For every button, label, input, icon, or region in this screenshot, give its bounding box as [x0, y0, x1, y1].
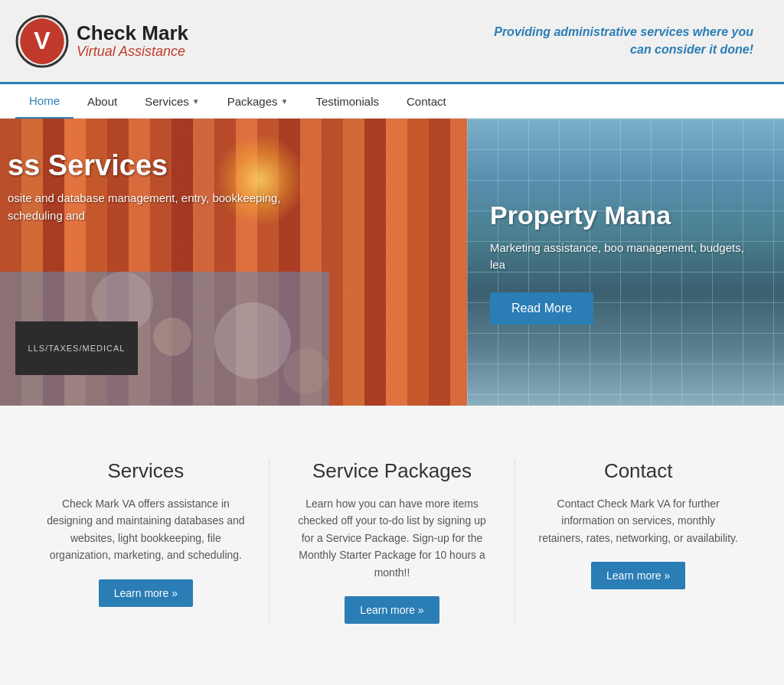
read-more-button[interactable]: Read More: [490, 292, 593, 325]
nav-about[interactable]: About: [74, 84, 131, 119]
hero-right-title: Property Mana: [490, 201, 761, 230]
learn-more-services-button[interactable]: Learn more »: [99, 579, 193, 607]
packages-dropdown-arrow: ▼: [281, 97, 289, 106]
header-tagline: Providing administrative services where …: [222, 24, 769, 58]
logo-area: V Check Mark Virtual Assistance: [15, 15, 222, 68]
service-card-contact: Contact Contact Check Mark VA for furthe…: [515, 444, 761, 639]
service-title-contact: Contact: [538, 459, 738, 483]
hero-left-content: ss Services osite and database managemen…: [0, 119, 467, 406]
hero-right-desc: Marketing assistance, boo management, bu…: [490, 240, 761, 274]
services-section: Services Check Mark VA offers assistance…: [0, 406, 784, 685]
logo-name-line1: Check Mark: [77, 22, 188, 44]
service-card-services: Services Check Mark VA offers assistance…: [23, 444, 269, 639]
hero-left-panel: LLS/TAXES/MEDICAL ss Services osite and …: [0, 119, 467, 406]
hero-left-desc: osite and database management, entry, bo…: [8, 190, 299, 224]
nav-testimonials[interactable]: Testimonials: [302, 84, 393, 119]
nav-services-label: Services: [145, 95, 189, 108]
hero-banner: LLS/TAXES/MEDICAL ss Services osite and …: [0, 119, 784, 406]
service-desc-contact: Contact Check Mark VA for further inform…: [538, 495, 738, 546]
nav-home[interactable]: Home: [15, 84, 74, 119]
main-nav: Home About Services ▼ Packages ▼ Testimo…: [0, 84, 784, 119]
learn-more-contact-button[interactable]: Learn more »: [591, 562, 685, 589]
svg-text:V: V: [34, 27, 51, 54]
tagline-line2: can consider it done!: [630, 43, 753, 56]
service-title-packages: Service Packages: [292, 459, 492, 483]
nav-services[interactable]: Services ▼: [131, 84, 213, 119]
hero-right-content: Property Mana Marketing assistance, boo …: [467, 119, 784, 406]
service-desc-services: Check Mark VA offers assistance in desig…: [46, 495, 246, 564]
nav-contact[interactable]: Contact: [393, 84, 460, 119]
tagline-line1: Providing administrative services where …: [494, 25, 753, 38]
hero-left-title: ss Services: [8, 149, 452, 182]
service-title-services: Services: [46, 459, 246, 483]
services-dropdown-arrow: ▼: [192, 97, 200, 106]
service-desc-packages: Learn how you can have more items checke…: [292, 495, 492, 581]
service-card-packages: Service Packages Learn how you can have …: [270, 444, 515, 639]
learn-more-packages-button[interactable]: Learn more »: [345, 596, 439, 624]
logo-name-line2: Virtual Assistance: [77, 44, 188, 60]
logo-icon: V: [15, 15, 69, 68]
site-header: V Check Mark Virtual Assistance Providin…: [0, 0, 784, 84]
nav-packages-label: Packages: [227, 95, 278, 108]
nav-packages[interactable]: Packages ▼: [214, 84, 302, 119]
logo-text: Check Mark Virtual Assistance: [77, 22, 188, 60]
hero-right-panel: Property Mana Marketing assistance, boo …: [467, 119, 784, 406]
